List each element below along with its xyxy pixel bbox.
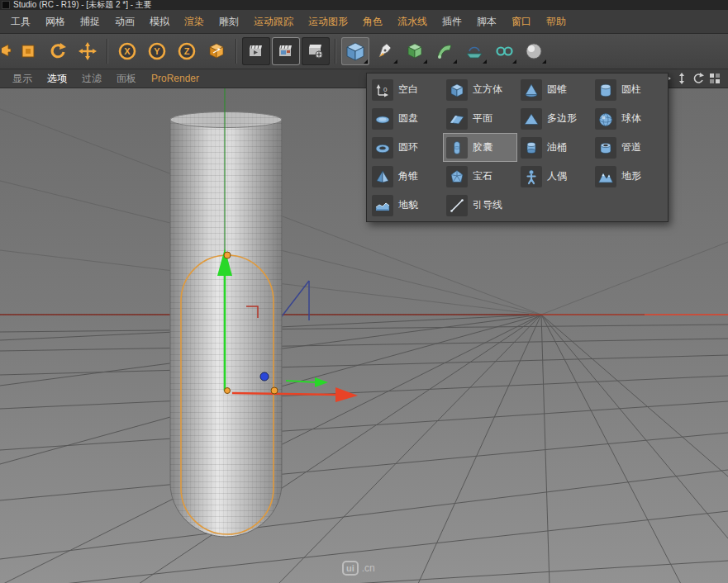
menu-tools[interactable]: 工具 [3,15,38,29]
coordinate-system-icon [207,41,226,61]
orbit-view-icon[interactable] [692,72,705,85]
flyout-item-label: 人偶 [547,169,567,183]
window-icon [2,1,10,9]
flyout-item-label: 球体 [621,111,641,126]
menu-render[interactable]: 渲染 [177,15,212,29]
generators-button[interactable] [401,37,429,65]
flyout-item-label: 引导线 [473,198,502,212]
menu-animate[interactable]: 动画 [107,15,142,29]
scale-tool-button[interactable] [14,37,42,65]
dolly-view-icon[interactable] [675,72,688,85]
toggle-view-icon[interactable] [708,72,721,85]
flyout-item-label: 圆盘 [398,111,418,126]
spline-pen-icon [375,41,395,61]
flyout-item-sphere[interactable]: 球体 [592,104,666,133]
flyout-item-plane[interactable]: 平面 [443,104,517,133]
menu-snap[interactable]: 捕捉 [73,15,107,29]
viewport-menu-panel[interactable]: 面板 [109,72,144,86]
toolbar-separator [335,39,336,64]
lock-z-button[interactable]: Z [173,37,201,65]
capsule-object[interactable] [181,255,274,534]
coordinate-system-button[interactable] [202,37,231,65]
flyout-item-polygon[interactable]: 多边形 [517,104,592,133]
flyout-item-capsule[interactable]: 胶囊 [443,133,517,162]
flyout-indicator [483,59,487,64]
polygon-icon [521,108,542,130]
viewport-menu-prorender[interactable]: ProRender [144,73,207,84]
spline-pen-button[interactable] [371,37,399,65]
menu-simulate[interactable]: 模拟 [142,15,177,29]
flyout-item-torus[interactable]: 圆环 [369,133,443,162]
menu-help[interactable]: 帮助 [539,15,573,29]
viewport-menu-filter[interactable]: 过滤 [74,72,109,86]
torus-icon [372,137,393,159]
undo-button[interactable] [2,37,12,65]
capsule-radius-handle[interactable] [271,387,278,394]
flyout-item-landscape[interactable]: 地形 [592,162,666,191]
menu-mograph[interactable]: 运动图形 [301,15,355,29]
relief-icon [372,195,393,216]
add-primitive-button[interactable] [341,37,369,65]
floor-button[interactable] [460,37,488,65]
lock-z-icon: Z [177,41,197,61]
toolbar-separator [236,39,237,64]
rotate-tool-icon [49,42,67,60]
flyout-item-cube[interactable]: 立方体 [443,75,517,104]
camera-button[interactable] [490,37,518,65]
render-view-button[interactable] [242,37,270,65]
watermark-logo: ui [342,561,359,576]
flyout-item-guide[interactable]: 引导线 [443,191,517,220]
menu-script[interactable]: 脚本 [469,15,504,29]
cone-icon [521,79,542,101]
flyout-item-pyramid[interactable]: 角锥 [369,162,443,191]
flyout-empty-cell [517,191,592,220]
disc-icon [372,108,393,130]
viewport-menu-display[interactable]: 显示 [5,72,40,86]
flyout-item-label: 平面 [473,111,492,126]
lock-x-button[interactable]: X [113,37,141,65]
gizmo-z-handle[interactable] [260,372,269,381]
render-settings-button[interactable] [302,37,330,65]
menu-plugins[interactable]: 插件 [435,15,469,29]
toolbar-separator [107,39,108,64]
flyout-item-figure[interactable]: 人偶 [517,162,592,191]
menu-sculpt[interactable]: 雕刻 [212,15,246,29]
menu-motion-tracker[interactable]: 运动跟踪 [246,15,301,29]
flyout-item-cone[interactable]: 圆锥 [517,75,592,104]
flyout-item-label: 油桶 [547,140,567,154]
flyout-item-cylinder[interactable]: 圆柱 [592,75,666,104]
pyramid-icon [372,166,393,187]
capsule-icon [446,137,468,159]
window-title: Studio (RC - R19) - [未标题 2 *] - 主要 [13,0,152,10]
viewport-menu-options[interactable]: 选项 [40,72,74,86]
deformers-button[interactable] [431,37,459,65]
flyout-indicator [512,59,516,64]
flyout-item-tube[interactable]: 管道 [592,133,666,162]
flyout-item-label: 宝石 [473,169,492,183]
flyout-indicator [542,59,546,64]
lock-x-icon: X [117,41,137,61]
flyout-item-oiltank[interactable]: 油桶 [517,133,592,162]
lock-y-button[interactable]: Y [143,37,171,65]
flyout-item-relief[interactable]: 地貌 [369,191,443,220]
render-picture-viewer-button[interactable] [272,37,300,65]
flyout-item-null[interactable]: 0 空白 [369,75,443,104]
move-tool-button[interactable] [74,37,102,65]
menu-window[interactable]: 窗口 [504,15,539,29]
gizmo-origin[interactable] [225,388,231,394]
menu-pipeline[interactable]: 流水线 [390,15,435,29]
flyout-item-label: 立方体 [473,83,502,97]
menu-mesh[interactable]: 网格 [38,15,73,29]
capsule-height-handle[interactable] [224,252,231,258]
light-button[interactable] [520,37,548,65]
menu-character[interactable]: 角色 [355,15,390,29]
camera-icon [494,41,514,61]
rotate-tool-button[interactable] [44,37,72,65]
flyout-item-gem[interactable]: 宝石 [443,162,517,191]
generators-icon [405,41,425,61]
flyout-indicator [364,59,368,64]
oiltank-icon [521,137,542,159]
watermark-text: .cn [362,562,375,574]
deformers-icon [435,41,454,61]
flyout-item-disc[interactable]: 圆盘 [369,104,443,133]
